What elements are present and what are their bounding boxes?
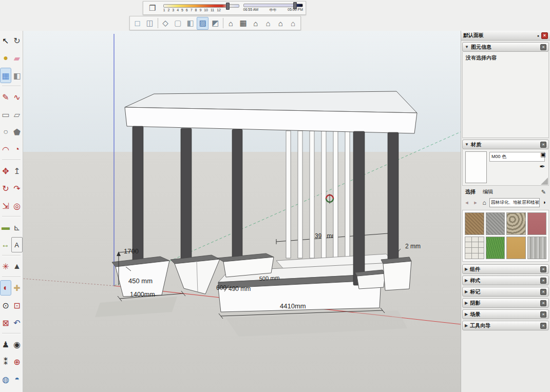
shaded-button[interactable]: ◧ [184,17,196,30]
walk-tool[interactable]: ⁑ [1,355,11,369]
collection-dropdown[interactable]: 园林绿化、地被层和植被 ∨ [489,198,540,207]
shaded-with-textures-button[interactable]: ▨ [197,17,208,30]
tray-header[interactable]: 默认面板 ● × [461,31,550,41]
section-plane-tool[interactable]: ⊕ [12,355,22,369]
circle-tool[interactable]: ○ [1,125,11,139]
section-close-button[interactable]: × [540,278,546,284]
freehand-tool[interactable]: ∿ [12,90,22,104]
zoom-window-tool[interactable]: ⊡ [12,298,22,312]
shadow-date-slider[interactable]: 1 2 3 4 5 6 7 8 9 10 11 12 [163,4,239,12]
xray-mode-button[interactable]: ◻ [131,17,143,30]
move-tool[interactable]: ✥ [1,164,11,178]
look-around-tool[interactable]: ◉ [12,337,22,351]
eraser-tool[interactable]: ▰ [12,51,22,65]
swatch-gravel-brown[interactable] [465,212,484,235]
tab-select[interactable]: 选择 [465,188,476,195]
swatch-river-rock[interactable] [506,212,526,235]
swatch-fence-slats[interactable] [527,237,547,259]
select-tool[interactable]: ↖ [1,33,11,48]
orbit-tool[interactable]: ◐ [1,281,11,295]
date-slider-track[interactable] [163,4,239,8]
time-slider-handle[interactable] [293,2,297,9]
view-left-button[interactable]: ⌂ [287,17,299,30]
previous-view-tool[interactable]: ↶ [12,316,22,330]
date-slider-handle[interactable] [226,3,230,10]
material-cube-tool[interactable]: ▦ [1,68,11,83]
sample-paint-icon[interactable]: ✒ [538,163,546,171]
eyedropper-icon[interactable]: ✎ [541,189,546,195]
line-tool[interactable]: ✎ [1,90,11,104]
follow-me-tool[interactable]: ↷ [12,181,22,195]
forward-arrow-icon[interactable]: ► [472,199,479,206]
materials-close-button[interactable]: × [540,142,546,148]
entity-info-close-button[interactable]: × [540,44,546,50]
section-close-button[interactable]: × [540,300,546,306]
section-scenes[interactable]: ▶ 场景 × [462,309,549,319]
rotate-tool[interactable]: ↻ [1,181,11,195]
footing-fourth[interactable] [355,270,385,289]
position-camera-tool[interactable]: ♟ [1,337,11,351]
swatch-mauve-red[interactable] [527,212,547,235]
section-close-button[interactable]: × [540,266,546,272]
footing-right[interactable] [381,257,411,290]
view-iso-button[interactable]: ⌂ [225,17,237,30]
offset-tool[interactable]: ◎ [12,199,22,213]
protractor-tool[interactable]: ⊾ [12,220,22,234]
3d-viewport[interactable]: 390 mm 2 mm 500 mm 4410mm [23,31,461,392]
text-tool[interactable]: A [11,237,23,252]
pan-tool[interactable]: ✚ [12,281,22,295]
scale-tool[interactable]: ⇲ [1,199,11,213]
swatch-grass-green[interactable] [486,237,505,259]
zoom-extents-tool[interactable]: ⊠ [1,316,11,330]
create-material-icon[interactable]: ▣ [540,151,546,160]
axes-tool[interactable]: ✳ [1,259,11,273]
section-styles[interactable]: ▶ 样式 × [462,276,549,285]
dimension-tool[interactable]: ↔ [1,238,11,252]
entity-info-header[interactable]: ▼ 图元信息 × [462,42,549,52]
back-arrow-icon[interactable]: ◄ [463,199,470,206]
section-close-button[interactable]: × [540,323,546,329]
toggle-shadows-button[interactable]: ❐ [146,2,159,14]
make-component-tool[interactable]: ↻ [12,33,22,48]
extra-tool-a[interactable]: ◍ [1,372,11,386]
arc-tool[interactable]: ◠ [1,142,11,156]
swatch-pavers[interactable] [465,237,484,259]
zoom-tool[interactable]: ⊙ [1,298,11,312]
material-name-field[interactable]: M00 色 [489,152,545,162]
hidden-line-button[interactable]: ▢ [172,17,184,30]
section-tags[interactable]: ▶ 标记 × [462,287,549,297]
tray-close-button[interactable]: × [541,32,548,39]
rotated-rectangle-tool[interactable]: ▱ [12,107,22,122]
time-slider-track[interactable] [243,4,303,7]
tab-edit[interactable]: 编辑 [483,188,493,195]
pie-tool[interactable]: ◔ [12,142,22,156]
details-icon[interactable]: ◗ [541,199,548,206]
paint-bucket-tool[interactable]: ● [1,51,11,65]
section-close-button[interactable]: × [540,289,546,295]
pin-icon[interactable]: ● [537,34,539,37]
section-components[interactable]: ▶ 组件 × [462,264,549,274]
pergola-top-slab[interactable] [125,91,417,133]
home-icon[interactable]: ⌂ [481,199,488,206]
view-top-button[interactable]: ▦ [237,17,249,30]
materials-header[interactable]: ▼ 材质 × [462,140,549,149]
section-shadows[interactable]: ▶ 阴影 × [462,298,549,308]
section-instructor[interactable]: ▶ 工具向导 × [462,321,549,330]
shape-tool[interactable]: ◧ [12,68,22,83]
tape-measure-tool[interactable]: ▬ [1,220,11,234]
monochrome-button[interactable]: ◩ [209,17,221,30]
extra-tool-b[interactable]: ◓ [12,372,22,386]
polygon-tool[interactable]: ⬟ [12,125,22,139]
back-edges-button[interactable]: ◫ [144,17,156,30]
section-close-button[interactable]: × [540,311,546,318]
3d-text-tool[interactable]: ▲ [12,259,22,273]
wireframe-button[interactable]: ◇ [159,17,171,30]
shadow-time-slider[interactable]: 06:55 AM 中午 05:00 PM [243,4,303,13]
view-right-button[interactable]: ⌂ [262,17,274,30]
push-pull-tool[interactable]: ↥ [12,164,22,178]
swatch-gravel-gray[interactable] [486,212,505,235]
rectangle-tool[interactable]: ▭ [1,107,11,122]
swatch-sand-tan[interactable] [506,237,526,259]
view-back-button[interactable]: ⌂ [275,17,287,30]
view-front-button[interactable]: ⌂ [250,17,261,30]
